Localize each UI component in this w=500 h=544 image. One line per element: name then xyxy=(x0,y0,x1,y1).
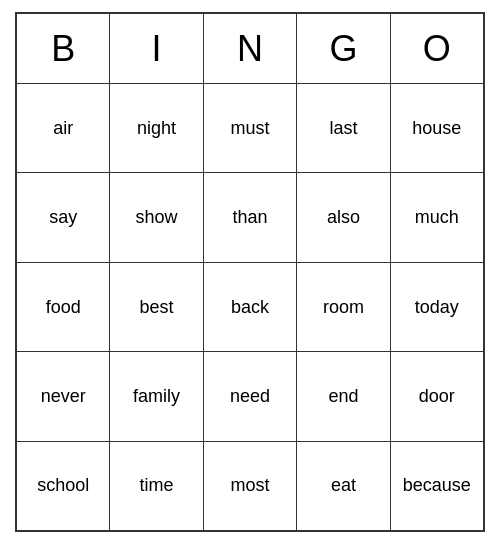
header-cell-o: O xyxy=(391,14,483,84)
bingo-cell-2-0[interactable]: food xyxy=(17,263,110,351)
header-cell-g: G xyxy=(297,14,390,84)
bingo-cell-0-3[interactable]: last xyxy=(297,84,390,172)
bingo-cell-1-0[interactable]: say xyxy=(17,173,110,261)
bingo-cell-0-1[interactable]: night xyxy=(110,84,203,172)
bingo-row-2: foodbestbackroomtoday xyxy=(17,263,483,352)
bingo-cell-4-1[interactable]: time xyxy=(110,442,203,530)
bingo-cell-0-2[interactable]: must xyxy=(204,84,297,172)
bingo-cell-2-3[interactable]: room xyxy=(297,263,390,351)
bingo-body: airnightmustlasthousesayshowthanalsomuch… xyxy=(17,84,483,530)
bingo-cell-4-0[interactable]: school xyxy=(17,442,110,530)
bingo-cell-2-1[interactable]: best xyxy=(110,263,203,351)
bingo-row-1: sayshowthanalsomuch xyxy=(17,173,483,262)
header-cell-b: B xyxy=(17,14,110,84)
bingo-header: BINGO xyxy=(17,14,483,84)
bingo-cell-3-3[interactable]: end xyxy=(297,352,390,440)
header-cell-n: N xyxy=(204,14,297,84)
bingo-cell-3-1[interactable]: family xyxy=(110,352,203,440)
bingo-cell-1-4[interactable]: much xyxy=(391,173,483,261)
bingo-cell-0-0[interactable]: air xyxy=(17,84,110,172)
bingo-cell-2-4[interactable]: today xyxy=(391,263,483,351)
bingo-cell-3-0[interactable]: never xyxy=(17,352,110,440)
bingo-cell-4-4[interactable]: because xyxy=(391,442,483,530)
bingo-cell-1-1[interactable]: show xyxy=(110,173,203,261)
bingo-cell-4-3[interactable]: eat xyxy=(297,442,390,530)
bingo-cell-3-2[interactable]: need xyxy=(204,352,297,440)
bingo-cell-0-4[interactable]: house xyxy=(391,84,483,172)
bingo-row-0: airnightmustlasthouse xyxy=(17,84,483,173)
bingo-row-3: neverfamilyneedenddoor xyxy=(17,352,483,441)
bingo-cell-3-4[interactable]: door xyxy=(391,352,483,440)
bingo-row-4: schooltimemosteatbecause xyxy=(17,442,483,530)
header-cell-i: I xyxy=(110,14,203,84)
bingo-cell-1-3[interactable]: also xyxy=(297,173,390,261)
bingo-cell-2-2[interactable]: back xyxy=(204,263,297,351)
bingo-cell-4-2[interactable]: most xyxy=(204,442,297,530)
bingo-cell-1-2[interactable]: than xyxy=(204,173,297,261)
bingo-card: BINGO airnightmustlasthousesayshowthanal… xyxy=(15,12,485,532)
